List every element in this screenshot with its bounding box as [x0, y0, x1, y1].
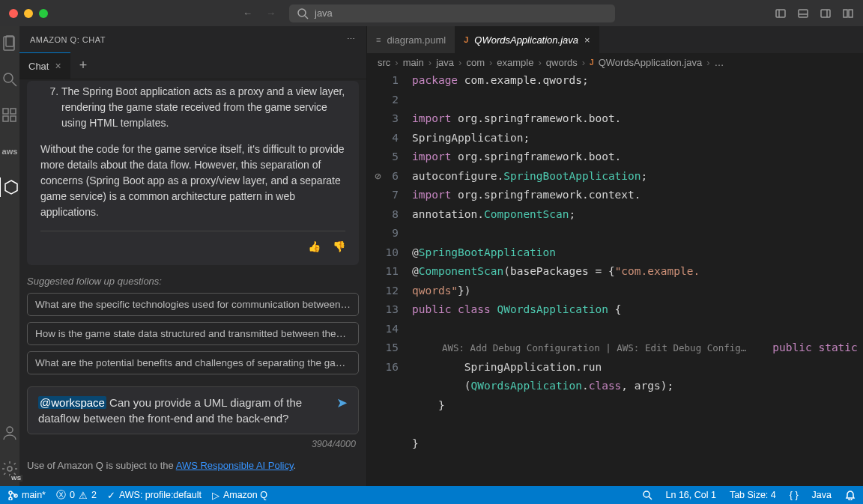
minimize-window[interactable] — [24, 9, 33, 18]
chat-tab[interactable]: Chat × — [19, 52, 70, 79]
titlebar: ← → java — [0, 0, 863, 26]
editor-tabs: ≡ diagram.puml J QWordsApplication.java … — [367, 26, 863, 53]
language-mode[interactable]: Java — [812, 490, 832, 500]
code-content[interactable]: package com.example.qwords; import org.s… — [412, 71, 863, 486]
braces[interactable]: { } — [790, 490, 799, 500]
tab-diagram[interactable]: ≡ diagram.puml — [367, 26, 455, 53]
nav-arrows: ← → — [243, 7, 276, 19]
svg-rect-15 — [10, 109, 16, 114]
policy-notice: Use of Amazon Q is subject to the AWS Re… — [27, 460, 359, 471]
extensions-icon[interactable] — [0, 106, 19, 125]
tab-filename: QWordsApplication.java — [474, 34, 578, 46]
java-file-icon: J — [590, 58, 594, 67]
policy-link[interactable]: AWS Responsible AI Policy — [176, 460, 294, 471]
svg-line-1 — [305, 16, 308, 19]
svg-marker-18 — [5, 180, 17, 194]
svg-point-19 — [7, 427, 13, 433]
settings-icon[interactable]: WS — [0, 459, 19, 479]
input-mention: @workspace — [38, 396, 106, 409]
chat-panel-title: AMAZON Q: CHAT — [30, 35, 106, 44]
svg-rect-17 — [10, 116, 16, 121]
svg-rect-14 — [3, 109, 8, 114]
close-icon[interactable]: × — [55, 60, 61, 72]
svg-rect-11 — [6, 36, 13, 46]
thumbs-down-icon[interactable]: 👎 — [333, 239, 345, 255]
amazon-q-status[interactable]: ▷Amazon Q — [212, 490, 267, 501]
search-icon — [297, 7, 309, 19]
svg-line-13 — [12, 82, 16, 86]
new-chat-button[interactable]: + — [70, 52, 97, 79]
assistant-message: The Spring Boot application acts as a pr… — [27, 81, 359, 265]
suggestion-2[interactable]: What are the potential benefits and chal… — [27, 351, 359, 374]
svg-rect-9 — [849, 10, 853, 17]
svg-point-25 — [9, 497, 12, 500]
java-file-icon: J — [464, 35, 468, 44]
cursor-position[interactable]: Ln 16, Col 1 — [666, 490, 716, 500]
forward-arrow-icon[interactable]: → — [266, 7, 276, 19]
svg-rect-2 — [776, 10, 785, 17]
layout-icon[interactable] — [842, 7, 854, 19]
more-icon[interactable]: ⋯ — [347, 34, 356, 44]
activity-bar: aws WS — [0, 26, 19, 486]
code-editor[interactable]: 1 2 3 4 5 6 ⊘7 8 9 10 11 12 13 14 15 16 … — [367, 71, 863, 486]
suggested-label: Suggested follow up questions: — [27, 276, 359, 287]
message-list-item: The Spring Boot application acts as a pr… — [61, 84, 345, 131]
layout-controls — [775, 7, 854, 19]
thumbs-up-icon[interactable]: 👍 — [308, 239, 321, 255]
aws-toolkit-icon[interactable]: aws — [0, 142, 19, 161]
amazon-q-icon[interactable] — [0, 177, 19, 197]
svg-point-20 — [7, 467, 12, 471]
close-icon[interactable]: × — [584, 34, 590, 46]
panel-bottom-icon[interactable] — [797, 7, 809, 19]
breadcrumbs[interactable]: src› main› java› com› example› qwords› J… — [367, 53, 863, 71]
char-count: 3904/4000 — [27, 439, 359, 449]
accounts-icon[interactable] — [0, 423, 19, 443]
file-icon: ≡ — [376, 35, 381, 44]
problems[interactable]: ⓧ0 ⚠2 — [56, 489, 97, 502]
svg-rect-4 — [799, 10, 808, 17]
send-icon[interactable]: ➤ — [336, 395, 348, 411]
svg-rect-6 — [821, 10, 830, 17]
svg-rect-16 — [3, 116, 8, 121]
back-arrow-icon[interactable]: ← — [243, 7, 252, 19]
svg-point-12 — [4, 73, 13, 82]
panel-right-icon[interactable] — [820, 7, 832, 19]
chat-tab-label: Chat — [28, 61, 49, 72]
tab-filename: diagram.puml — [387, 34, 446, 46]
search-icon[interactable] — [0, 70, 19, 89]
codelens[interactable]: AWS: Add Debug Configuration | AWS: Edit… — [412, 341, 746, 355]
tab-qwordsapplication[interactable]: J QWordsApplication.java × — [455, 26, 599, 53]
chat-panel: AMAZON Q: CHAT ⋯ Chat × + The Spring Boo… — [19, 26, 367, 486]
tab-size[interactable]: Tab Size: 4 — [730, 490, 776, 500]
search-value: java — [315, 7, 333, 19]
bell-icon[interactable] — [845, 490, 856, 500]
svg-rect-10 — [4, 37, 14, 50]
command-center-search[interactable]: java — [289, 4, 615, 22]
maximize-window[interactable] — [39, 9, 48, 18]
close-window[interactable] — [9, 9, 18, 18]
suggestion-0[interactable]: What are the specific technologies used … — [27, 293, 359, 316]
suggestion-1[interactable]: How is the game state data structured an… — [27, 322, 359, 345]
message-paragraph: Without the code for the game service it… — [40, 142, 345, 220]
svg-point-27 — [644, 491, 649, 497]
editor-group: ≡ diagram.puml J QWordsApplication.java … — [367, 26, 863, 486]
line-numbers: 1 2 3 4 5 6 ⊘7 8 9 10 11 12 13 14 15 16 — [379, 71, 412, 486]
aws-profile[interactable]: ✓AWS: profile:default — [107, 490, 202, 501]
window-controls — [9, 9, 48, 18]
svg-line-28 — [649, 497, 652, 500]
svg-rect-8 — [844, 10, 847, 17]
status-bar: main* ⓧ0 ⚠2 ✓AWS: profile:default ▷Amazo… — [0, 486, 863, 504]
svg-point-0 — [298, 9, 306, 16]
panel-left-icon[interactable] — [775, 7, 787, 19]
svg-point-24 — [9, 491, 12, 494]
chat-input[interactable]: @workspace Can you provide a UML diagram… — [27, 386, 359, 434]
git-branch[interactable]: main* — [7, 490, 46, 500]
explorer-icon[interactable] — [0, 34, 19, 53]
zoom-icon[interactable] — [642, 490, 652, 500]
